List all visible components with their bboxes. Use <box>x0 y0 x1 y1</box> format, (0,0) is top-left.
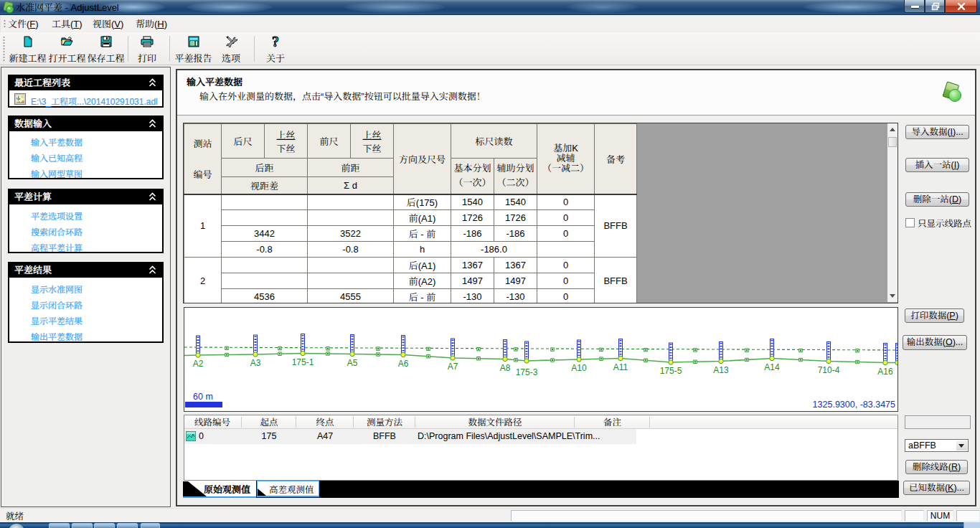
svg-text:?: ? <box>272 36 279 47</box>
svg-text:A10: A10 <box>571 363 587 373</box>
svg-text:1325.9300, -83.3475: 1325.9300, -83.3475 <box>813 400 895 410</box>
svg-text:A11: A11 <box>613 362 628 372</box>
svg-text:A16: A16 <box>877 367 893 377</box>
svg-text:175-1: 175-1 <box>292 357 314 367</box>
svg-text:A3: A3 <box>250 358 261 368</box>
svg-text:60 m: 60 m <box>193 392 213 402</box>
svg-text:A2: A2 <box>193 359 204 369</box>
svg-text:175-3: 175-3 <box>516 367 538 377</box>
svg-text:175-5: 175-5 <box>660 366 682 376</box>
svg-text:A8: A8 <box>500 363 511 373</box>
svg-text:710-4: 710-4 <box>818 365 840 375</box>
svg-text:A5: A5 <box>347 358 358 368</box>
svg-text:A14: A14 <box>764 362 780 372</box>
svg-text:A7: A7 <box>448 362 458 372</box>
svg-text:A6: A6 <box>398 359 409 369</box>
svg-text:A13: A13 <box>713 365 729 375</box>
